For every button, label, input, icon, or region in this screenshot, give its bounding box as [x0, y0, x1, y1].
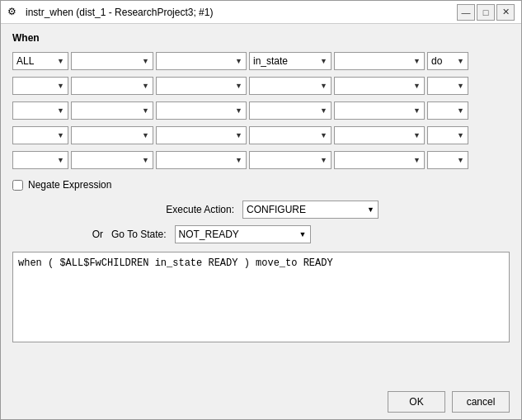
row1-col6-dropdown[interactable]: do ▼ [427, 52, 468, 70]
close-button[interactable]: ✕ [496, 4, 515, 21]
chevron-down-icon: ▼ [142, 156, 149, 164]
chevron-down-icon: ▼ [457, 82, 464, 90]
chevron-down-icon: ▼ [320, 106, 327, 115]
row3-col6-dropdown[interactable]: ▼ [427, 101, 468, 120]
chevron-down-icon: ▼ [235, 82, 242, 90]
chevron-down-icon: ▼ [457, 57, 464, 65]
chevron-down-icon: ▼ [413, 82, 421, 90]
maximize-button[interactable]: □ [477, 4, 495, 21]
row5-col4-dropdown[interactable]: ▼ [249, 151, 332, 169]
cancel-button[interactable]: cancel [452, 391, 510, 413]
row2-col6-dropdown[interactable]: ▼ [427, 77, 468, 95]
go-to-state-value: NOT_READY [179, 229, 239, 240]
condition-row-2: ▼ ▼ ▼ ▼ ▼ ▼ [12, 77, 510, 95]
condition-row-4: ▼ ▼ ▼ ▼ ▼ ▼ [12, 126, 510, 144]
condition-row-5: ▼ ▼ ▼ ▼ ▼ ▼ [12, 151, 510, 169]
execute-action-label: Execute Action: [143, 204, 234, 215]
chevron-down-icon: ▼ [235, 57, 242, 65]
negate-row: Negate Expression [12, 179, 510, 191]
row2-col4-dropdown[interactable]: ▼ [249, 77, 332, 95]
chevron-down-icon: ▼ [57, 57, 64, 65]
chevron-down-icon: ▼ [299, 230, 307, 238]
content-area: When ALL ▼ ▼ ▼ in_state ▼ ▼ [1, 24, 521, 385]
row1-col3-dropdown[interactable]: ▼ [156, 52, 247, 70]
row5-col2-dropdown[interactable]: ▼ [71, 151, 153, 169]
chevron-down-icon: ▼ [320, 57, 327, 65]
chevron-down-icon: ▼ [367, 205, 374, 214]
or-go-to-row: Or Go To State: NOT_READY ▼ [12, 225, 510, 243]
row4-col5-dropdown[interactable]: ▼ [334, 126, 425, 144]
chevron-down-icon: ▼ [413, 156, 421, 164]
chevron-down-icon: ▼ [142, 82, 149, 90]
window-icon: ⚙ [7, 6, 21, 19]
window-title: instr_when (dist_1 - ResearchProject3; #… [26, 7, 213, 18]
chevron-down-icon: ▼ [457, 131, 464, 139]
execute-action-dropdown[interactable]: CONFIGURE ▼ [242, 201, 379, 219]
row4-col3-dropdown[interactable]: ▼ [156, 126, 247, 144]
row4-col4-dropdown[interactable]: ▼ [249, 126, 332, 144]
chevron-down-icon: ▼ [457, 106, 464, 115]
chevron-down-icon: ▼ [235, 131, 242, 139]
chevron-down-icon: ▼ [57, 106, 64, 115]
chevron-down-icon: ▼ [142, 57, 149, 65]
row3-col2-dropdown[interactable]: ▼ [71, 101, 153, 120]
chevron-down-icon: ▼ [235, 156, 242, 164]
row1-col1-dropdown[interactable]: ALL ▼ [12, 52, 68, 70]
title-bar: ⚙ instr_when (dist_1 - ResearchProject3;… [1, 1, 521, 24]
chevron-down-icon: ▼ [57, 156, 64, 164]
chevron-down-icon: ▼ [57, 131, 64, 139]
row1-col2-dropdown[interactable]: ▼ [71, 52, 153, 70]
negate-label: Negate Expression [28, 179, 111, 191]
row1-col5-dropdown[interactable]: ▼ [334, 52, 425, 70]
row4-col1-dropdown[interactable]: ▼ [12, 126, 68, 144]
chevron-down-icon: ▼ [413, 57, 421, 65]
chevron-down-icon: ▼ [320, 82, 327, 90]
bottom-buttons: OK cancel [1, 385, 521, 419]
row5-col3-dropdown[interactable]: ▼ [156, 151, 247, 169]
chevron-down-icon: ▼ [142, 131, 149, 139]
chevron-down-icon: ▼ [57, 82, 64, 90]
row2-col3-dropdown[interactable]: ▼ [156, 77, 247, 95]
condition-row-1: ALL ▼ ▼ ▼ in_state ▼ ▼ do ▼ [12, 52, 510, 70]
title-controls: — □ ✕ [457, 4, 515, 21]
row4-col2-dropdown[interactable]: ▼ [71, 126, 153, 144]
negate-checkbox[interactable] [12, 180, 23, 191]
minimize-button[interactable]: — [457, 4, 475, 21]
chevron-down-icon: ▼ [320, 131, 327, 139]
or-label: Or [92, 229, 103, 240]
chevron-down-icon: ▼ [413, 106, 421, 115]
row5-col6-dropdown[interactable]: ▼ [427, 151, 468, 169]
go-to-state-dropdown[interactable]: NOT_READY ▼ [175, 225, 311, 243]
row3-col1-dropdown[interactable]: ▼ [12, 101, 68, 120]
main-window: ⚙ instr_when (dist_1 - ResearchProject3;… [0, 0, 522, 420]
row5-col1-dropdown[interactable]: ▼ [12, 151, 68, 169]
chevron-down-icon: ▼ [235, 106, 242, 115]
chevron-down-icon: ▼ [142, 106, 149, 115]
expression-textarea[interactable] [12, 252, 510, 342]
row2-col5-dropdown[interactable]: ▼ [334, 77, 425, 95]
go-to-state-label: Go To State: [111, 229, 167, 240]
title-bar-left: ⚙ instr_when (dist_1 - ResearchProject3;… [7, 6, 213, 19]
row2-col2-dropdown[interactable]: ▼ [71, 77, 153, 95]
row3-col5-dropdown[interactable]: ▼ [334, 101, 425, 120]
row2-col1-dropdown[interactable]: ▼ [12, 77, 68, 95]
execute-action-row: Execute Action: CONFIGURE ▼ [12, 201, 510, 219]
textarea-container [12, 252, 510, 376]
when-label: When [12, 32, 510, 44]
condition-row-3: ▼ ▼ ▼ ▼ ▼ ▼ [12, 101, 510, 120]
execute-action-value: CONFIGURE [247, 204, 306, 215]
chevron-down-icon: ▼ [413, 131, 421, 139]
row3-col3-dropdown[interactable]: ▼ [156, 101, 247, 120]
row1-col4-dropdown[interactable]: in_state ▼ [249, 52, 332, 70]
row5-col5-dropdown[interactable]: ▼ [334, 151, 425, 169]
ok-button[interactable]: OK [388, 391, 445, 413]
action-section: Execute Action: CONFIGURE ▼ Or Go To Sta… [12, 201, 510, 243]
row4-col6-dropdown[interactable]: ▼ [427, 126, 468, 144]
chevron-down-icon: ▼ [457, 156, 464, 164]
row3-col4-dropdown[interactable]: ▼ [249, 101, 332, 120]
chevron-down-icon: ▼ [320, 156, 327, 164]
